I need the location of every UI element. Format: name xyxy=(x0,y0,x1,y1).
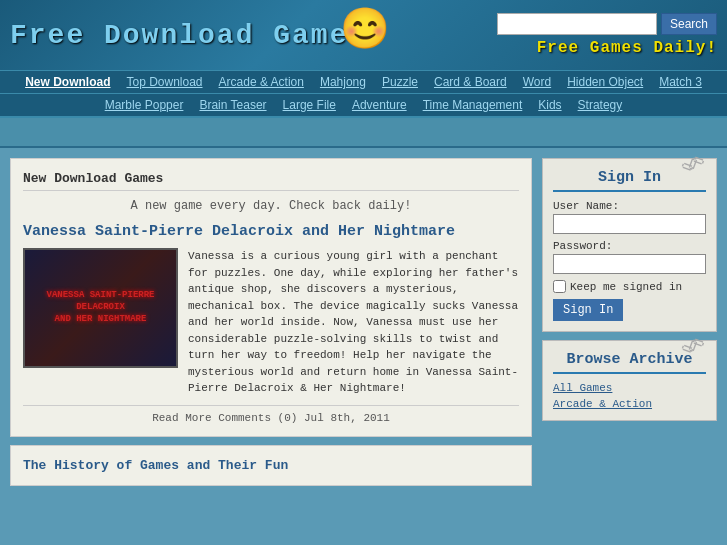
keep-signed-container: Keep me signed in xyxy=(553,280,706,293)
nav-link-puzzle[interactable]: Puzzle xyxy=(382,75,418,89)
mascot-icon: 😊 xyxy=(340,5,390,52)
nav-bottom: Marble Popper Brain Teaser Large File Ad… xyxy=(0,94,727,118)
nav-link-strategy[interactable]: Strategy xyxy=(578,98,623,112)
game-content: VANESSA SAINT-PIERRE DELACROIXAND HER NI… xyxy=(23,248,519,397)
search-input[interactable] xyxy=(497,13,657,35)
password-input[interactable] xyxy=(553,254,706,274)
article2-title: The History of Games and Their Fun xyxy=(23,458,519,473)
new-download-box: New Download Games A new game every day.… xyxy=(10,158,532,437)
main-content: New Download Games A new game every day.… xyxy=(0,148,727,496)
signin-button[interactable]: Sign In xyxy=(553,299,623,321)
content-box-title: New Download Games xyxy=(23,171,519,191)
game-image: VANESSA SAINT-PIERRE DELACROIXAND HER NI… xyxy=(23,248,178,368)
browse-all-games[interactable]: All Games xyxy=(553,382,706,394)
nav-link-arcade[interactable]: Arcade & Action xyxy=(219,75,304,89)
nav-link-match3[interactable]: Match 3 xyxy=(659,75,702,89)
header: Free Download Games 😊 Search Free Games … xyxy=(0,0,727,70)
username-label: User Name: xyxy=(553,200,706,212)
keep-signed-label: Keep me signed in xyxy=(570,281,682,293)
search-bar: Search xyxy=(497,13,717,35)
free-games-daily-label: Free Games Daily! xyxy=(537,39,717,57)
nav-link-large-file[interactable]: Large File xyxy=(283,98,336,112)
nav-link-brain[interactable]: Brain Teaser xyxy=(199,98,266,112)
header-right: Search Free Games Daily! xyxy=(497,13,717,57)
nav-link-mahjong[interactable]: Mahjong xyxy=(320,75,366,89)
nav-link-marble[interactable]: Marble Popper xyxy=(105,98,184,112)
nav-link-time-mgmt[interactable]: Time Management xyxy=(423,98,523,112)
keep-signed-checkbox[interactable] xyxy=(553,280,566,293)
read-more[interactable]: Read More Comments (0) Jul 8th, 2011 xyxy=(23,405,519,424)
tagline: A new game every day. Check back daily! xyxy=(23,199,519,213)
username-input[interactable] xyxy=(553,214,706,234)
game-title: Vanessa Saint-Pierre Delacroix and Her N… xyxy=(23,223,519,240)
blue-band xyxy=(0,118,727,148)
browse-box: 🖇 Browse Archive All Games Arcade & Acti… xyxy=(542,340,717,421)
nav-link-word[interactable]: Word xyxy=(523,75,551,89)
nav-link-adventure[interactable]: Adventure xyxy=(352,98,407,112)
sidebar: 🖇 Sign In User Name: Password: Keep me s… xyxy=(542,158,717,486)
article2-box: The History of Games and Their Fun xyxy=(10,445,532,486)
nav-link-kids[interactable]: Kids xyxy=(538,98,561,112)
game-desc: Vanessa is a curious young girl with a p… xyxy=(188,248,519,397)
nav-link-hidden-object[interactable]: Hidden Object xyxy=(567,75,643,89)
game-image-text: VANESSA SAINT-PIERRE DELACROIXAND HER NI… xyxy=(25,286,176,329)
content-left: New Download Games A new game every day.… xyxy=(10,158,532,486)
nav-top: New Download Top Download Arcade & Actio… xyxy=(0,70,727,94)
site-title: Free Download Games xyxy=(10,20,367,51)
browse-arcade[interactable]: Arcade & Action xyxy=(553,398,706,410)
nav-link-new-download[interactable]: New Download xyxy=(25,75,110,89)
search-button[interactable]: Search xyxy=(661,13,717,35)
signin-box: 🖇 Sign In User Name: Password: Keep me s… xyxy=(542,158,717,332)
nav-link-top-download[interactable]: Top Download xyxy=(126,75,202,89)
nav-link-card-board[interactable]: Card & Board xyxy=(434,75,507,89)
password-label: Password: xyxy=(553,240,706,252)
